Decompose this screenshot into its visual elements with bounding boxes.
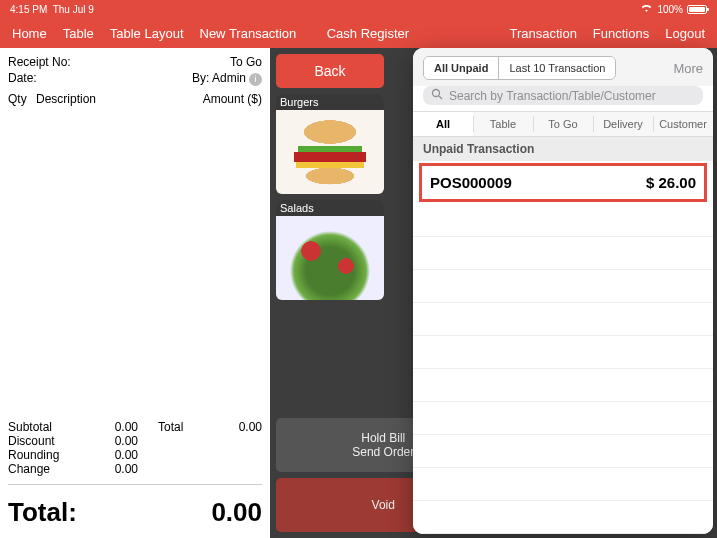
segmented-control[interactable]: All Unpaid Last 10 Transaction <box>423 56 616 80</box>
total-label-small: Total <box>138 420 202 434</box>
transaction-row[interactable]: POS000009 $ 26.00 <box>419 163 707 202</box>
battery-pct: 100% <box>657 4 683 15</box>
seg-last-10[interactable]: Last 10 Transaction <box>498 57 615 79</box>
transaction-amount: $ 26.00 <box>646 174 696 191</box>
status-date: Thu Jul 9 <box>53 4 94 15</box>
nav-home[interactable]: Home <box>12 26 47 41</box>
tab-table[interactable]: Table <box>473 112 533 136</box>
category-burgers[interactable]: Burgers <box>276 94 384 194</box>
receipt-date-label: Date: <box>8 70 37 86</box>
transaction-list[interactable] <box>413 204 713 534</box>
change-label: Change <box>8 462 78 476</box>
tab-all[interactable]: All <box>413 112 473 136</box>
nav-new-transaction[interactable]: New Transaction <box>200 26 297 41</box>
info-icon[interactable]: i <box>249 73 262 86</box>
col-desc: Description <box>36 92 203 106</box>
battery-icon <box>687 5 707 14</box>
category-salads-label: Salads <box>276 200 384 216</box>
search-placeholder: Search by Transaction/Table/Customer <box>449 89 656 103</box>
discount-label: Discount <box>8 434 78 448</box>
status-bar: 4:15 PM Thu Jul 9 100% <box>0 0 717 18</box>
search-icon <box>431 88 443 103</box>
receipt-lines <box>0 109 270 416</box>
grand-total-label: Total: <box>8 497 77 528</box>
col-amount: Amount ($) <box>203 92 262 106</box>
section-unpaid: Unpaid Transaction <box>413 137 713 161</box>
total-value-small: 0.00 <box>202 420 262 434</box>
status-time: 4:15 PM <box>10 4 47 15</box>
wifi-icon <box>640 3 653 15</box>
receipt-no-label: Receipt No: <box>8 54 71 70</box>
category-salads[interactable]: Salads <box>276 200 384 300</box>
change-value: 0.00 <box>78 462 138 476</box>
nav-logout[interactable]: Logout <box>665 26 705 41</box>
nav-table-layout[interactable]: Table Layout <box>110 26 184 41</box>
svg-line-1 <box>439 96 442 99</box>
category-burgers-label: Burgers <box>276 94 384 110</box>
grand-total-value: 0.00 <box>211 497 262 528</box>
subtotal-value: 0.00 <box>78 420 138 434</box>
tab-customer[interactable]: Customer <box>653 112 713 136</box>
transaction-id: POS000009 <box>430 174 512 191</box>
search-input[interactable]: Search by Transaction/Table/Customer <box>423 86 703 105</box>
receipt-no-value: To Go <box>230 54 262 70</box>
discount-value: 0.00 <box>78 434 138 448</box>
burger-image <box>276 110 384 194</box>
salad-image <box>276 216 384 300</box>
rounding-value: 0.00 <box>78 448 138 462</box>
receipt-panel: Receipt No:To Go Date:By: Admini Qty Des… <box>0 48 270 538</box>
receipt-by: By: Admin <box>192 71 246 85</box>
transaction-popover: All Unpaid Last 10 Transaction More Sear… <box>413 48 713 534</box>
tab-delivery[interactable]: Delivery <box>593 112 653 136</box>
nav-transaction[interactable]: Transaction <box>509 26 576 41</box>
filter-tabs: All Table To Go Delivery Customer <box>413 111 713 137</box>
seg-all-unpaid[interactable]: All Unpaid <box>424 57 498 79</box>
tab-togo[interactable]: To Go <box>533 112 593 136</box>
nav-functions[interactable]: Functions <box>593 26 649 41</box>
back-button[interactable]: Back <box>276 54 384 88</box>
rounding-label: Rounding <box>8 448 78 462</box>
col-qty: Qty <box>8 92 36 106</box>
page-title: Cash Register <box>296 26 509 41</box>
more-button[interactable]: More <box>673 61 703 76</box>
navbar: Home Table Table Layout New Transaction … <box>0 18 717 48</box>
nav-table[interactable]: Table <box>63 26 94 41</box>
subtotal-label: Subtotal <box>8 420 78 434</box>
svg-point-0 <box>433 90 440 97</box>
